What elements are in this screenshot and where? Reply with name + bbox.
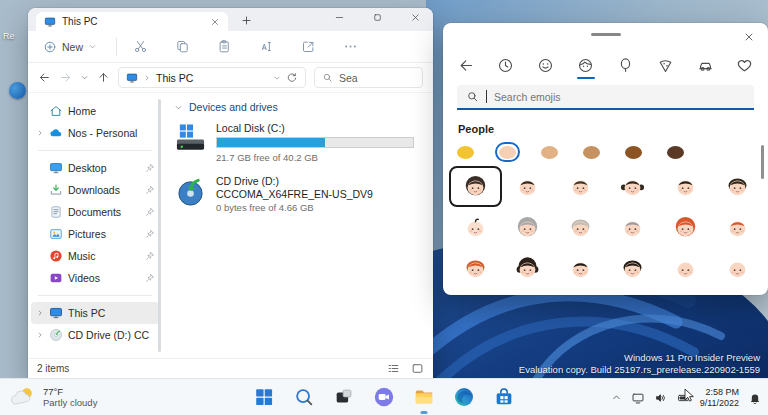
taskbar-app-chat[interactable]	[371, 384, 397, 410]
emoji-category-travel[interactable]	[695, 55, 715, 75]
skin-tone-option-4[interactable]	[621, 142, 646, 162]
emoji-woman-red-hair[interactable]	[659, 207, 712, 248]
section-header[interactable]: Devices and drives	[174, 101, 421, 113]
drag-handle[interactable]	[591, 33, 621, 36]
emoji-person[interactable]	[554, 166, 607, 207]
emoji-category-food[interactable]	[655, 55, 675, 75]
more-icon[interactable]	[343, 39, 358, 54]
emoji-panel-scrollbar[interactable]	[761, 145, 764, 179]
sidebar-item-music[interactable]: Music	[31, 245, 159, 267]
taskbar-app-start[interactable]	[251, 384, 277, 410]
desktop-app-icon[interactable]	[9, 82, 26, 99]
weather-widget[interactable]: 77°F Partly cloudy	[10, 384, 97, 410]
emoji-woman[interactable]	[449, 166, 502, 207]
notification-bell-icon[interactable]	[748, 391, 762, 405]
sidebar-item-documents[interactable]: Documents	[31, 201, 159, 223]
skin-tone-option-0[interactable]	[453, 142, 478, 162]
breadcrumb[interactable]: This PC	[118, 67, 306, 88]
volume-icon[interactable]	[654, 391, 668, 405]
tab-close-icon[interactable]	[210, 17, 220, 27]
clock[interactable]: 2:58 PM 9/11/2022	[700, 387, 739, 408]
tray-overflow-chevron-icon[interactable]	[611, 392, 622, 403]
pin-icon[interactable]	[145, 163, 155, 173]
emoji-search-input[interactable]: Search emojis	[457, 85, 754, 110]
search-input[interactable]: Sea	[314, 67, 423, 88]
taskbar-app-search[interactable]	[291, 384, 317, 410]
emoji-woman-curly-hair[interactable]	[502, 248, 555, 289]
breadcrumb-location[interactable]: This PC	[156, 72, 193, 84]
pin-icon[interactable]	[145, 207, 155, 217]
emoji-older-person[interactable]	[554, 207, 607, 248]
forward-button[interactable]	[59, 71, 72, 84]
cut-icon[interactable]	[133, 39, 148, 54]
minimize-button[interactable]	[334, 12, 345, 23]
emoji-person-dark-hair[interactable]	[607, 248, 660, 289]
share-icon[interactable]	[301, 39, 316, 54]
back-button[interactable]	[38, 71, 51, 84]
desktop-icon-label[interactable]: Re	[3, 31, 15, 41]
pin-icon[interactable]	[145, 273, 155, 283]
emoji-older-woman[interactable]	[502, 207, 555, 248]
emoji-category-people[interactable]	[576, 55, 596, 75]
emoji-category-smileys[interactable]	[536, 55, 556, 75]
emoji-child[interactable]	[712, 166, 765, 207]
emoji-category-recent[interactable]	[496, 55, 516, 75]
sidebar-item-videos[interactable]: Videos	[31, 267, 159, 289]
up-button[interactable]	[97, 71, 110, 84]
sidebar-item-cd-drive-d-cc[interactable]: CD Drive (D:) CC	[31, 324, 159, 346]
display-network-icon[interactable]	[631, 391, 645, 405]
emoji-man-red-hair[interactable]	[712, 207, 765, 248]
drive-row-local-disk[interactable]: Local Disk (C:) 21.7 GB free of 40.2 GB	[174, 122, 421, 164]
sidebar-scrollbar[interactable]	[158, 99, 161, 352]
sidebar-item-home[interactable]: Home	[31, 100, 159, 122]
rename-icon[interactable]	[259, 39, 274, 54]
emoji-older-man[interactable]	[607, 207, 660, 248]
skin-tone-option-1[interactable]	[495, 142, 520, 162]
drive-row-cd-drive[interactable]: CD Drive (D:) CCCOMA_X64FRE_EN-US_DV9 0 …	[174, 175, 421, 214]
new-tab-button[interactable]	[240, 14, 253, 27]
emoji-man-dark-hair[interactable]	[554, 248, 607, 289]
emoji-category-celebrations[interactable]	[615, 55, 635, 75]
emoji-category-symbols[interactable]	[735, 55, 755, 75]
person-icon	[577, 57, 594, 74]
chevron-right-icon[interactable]	[36, 309, 44, 317]
explorer-tab-this-pc[interactable]: This PC	[36, 12, 228, 31]
taskbar-app-edge[interactable]	[451, 384, 477, 410]
emoji-person-red-hair[interactable]	[449, 248, 502, 289]
sidebar-item-nos-personal[interactable]: Nos - Personal	[31, 122, 159, 144]
emoji-bald-man[interactable]	[712, 248, 765, 289]
chevron-right-icon[interactable]	[36, 129, 44, 137]
emoji-baby[interactable]	[449, 207, 502, 248]
emoji-category-back[interactable]	[456, 55, 476, 75]
chevron-down-icon[interactable]	[273, 74, 281, 82]
emoji-boy[interactable]	[659, 166, 712, 207]
refresh-icon[interactable]	[286, 72, 298, 84]
paste-icon[interactable]	[217, 39, 232, 54]
emoji-man[interactable]	[502, 166, 555, 207]
large-icons-view-icon[interactable]	[411, 362, 424, 375]
sidebar-item-this-pc[interactable]: This PC	[31, 302, 159, 324]
pin-icon[interactable]	[145, 229, 155, 239]
pin-icon[interactable]	[145, 251, 155, 261]
history-chevron-icon[interactable]	[80, 73, 89, 82]
new-button[interactable]: New	[38, 40, 102, 54]
emoji-bald-person[interactable]	[659, 248, 712, 289]
taskbar-app-store[interactable]	[491, 384, 517, 410]
taskbar-app-task-view[interactable]	[331, 384, 357, 410]
sidebar-item-desktop[interactable]: Desktop	[31, 157, 159, 179]
chevron-right-icon[interactable]	[36, 331, 44, 339]
skin-tone-option-3[interactable]	[579, 142, 604, 162]
skin-tone-option-5[interactable]	[663, 142, 688, 162]
taskbar-app-explorer[interactable]	[411, 384, 437, 410]
emoji-panel-close-icon[interactable]	[743, 31, 755, 43]
close-button[interactable]	[410, 12, 421, 23]
sidebar-item-label: CD Drive (D:) CC	[68, 329, 155, 341]
sidebar-item-pictures[interactable]: Pictures	[31, 223, 159, 245]
pin-icon[interactable]	[145, 185, 155, 195]
emoji-girl[interactable]	[607, 166, 660, 207]
details-view-icon[interactable]	[387, 362, 400, 375]
copy-icon[interactable]	[175, 39, 190, 54]
maximize-button[interactable]	[372, 12, 383, 23]
sidebar-item-downloads[interactable]: Downloads	[31, 179, 159, 201]
skin-tone-option-2[interactable]	[537, 142, 562, 162]
